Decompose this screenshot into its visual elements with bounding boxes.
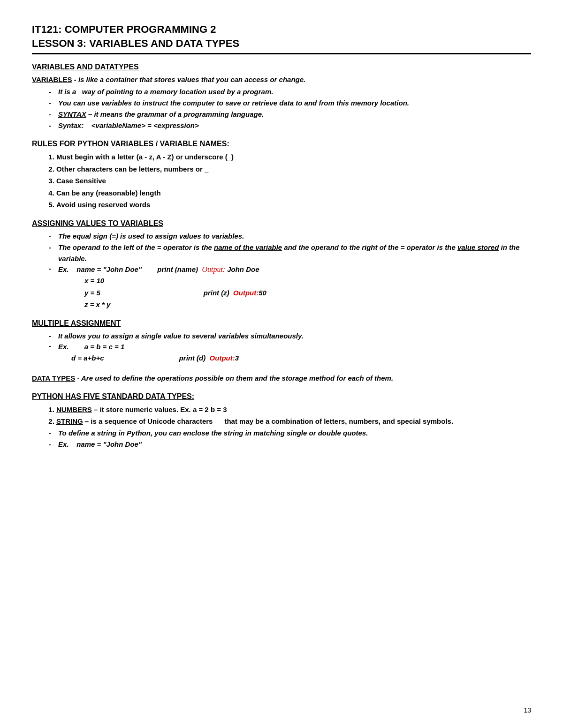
assign-y: y = 5 [84,287,100,299]
assigning-bullets: The equal sign (=) is used to assign val… [51,231,531,264]
rule-1: Must begin with a letter (a - z, A - Z) … [56,151,531,163]
assign-y-output-label: Output: [233,287,259,299]
multiple-d-print: print (d) [179,352,210,364]
multiple-example-row2: d = a+b+c print (d) Output: 3 [71,352,531,364]
section-multiple-assignment: MULTIPLE ASSIGNMENT It allows you to ass… [32,319,531,364]
python-five-list: NUMBERS – it store numeric values. Ex. a… [56,404,531,428]
multiple-assignment-heading: MULTIPLE ASSIGNMENT [32,319,531,328]
variables-bullet-2: You can use variables to instruct the co… [51,98,531,109]
section-python-five: PYTHON HAS FIVE STANDARD DATA TYPES: NUM… [32,392,531,450]
variables-label: VARIABLES [32,75,72,83]
page: IT121: COMPUTER PROGRAMMING 2 LESSON 3: … [0,0,563,728]
multiple-d-code: d = a+b+c [71,352,104,364]
section-assigning-values: ASSIGNING VALUES TO VARIABLES The equal … [32,219,531,311]
example-name-output-label: Output: [202,265,227,273]
rule-5: Avoid using reserved words [56,199,531,211]
rule-2: Other characters can be letters, numbers… [56,163,531,175]
assign-y-output-value: 50 [259,287,266,299]
variables-def-text: - is like a container that stores values… [72,75,306,83]
multiple-output-label: Output: [210,352,235,364]
assign-y-print: print (z) [204,287,233,299]
data-type-string: STRING – is a sequence of Unicode charac… [56,415,531,428]
dash-icon2: - [49,342,51,350]
multiple-example-row1: - Ex. a = b = c = 1 [51,342,531,353]
multiple-assignment-bullet-1: It allows you to assign a single value t… [51,330,531,342]
assign-y-row: y = 5 print (z) Output: 50 [84,287,531,299]
multiple-assignment-bullets: It allows you to assign a single value t… [51,330,531,342]
multiple-ex-label: Ex. a = b = c = 1 [58,343,124,351]
string-bullet-1: To define a string in Python, you can en… [51,428,531,439]
header-divider [32,53,531,54]
page-number: 13 [524,706,531,714]
python-five-heading: PYTHON HAS FIVE STANDARD DATA TYPES: [32,392,531,401]
data-types-line: DATA TYPES - Are used to define the oper… [32,373,531,384]
rules-python-heading: RULES FOR PYTHON VARIABLES / VARIABLE NA… [32,140,531,148]
rule-4: Can be any (reasonable) length [56,187,531,199]
section-data-types-def: DATA TYPES - Are used to define the oper… [32,373,531,384]
example-name-output-value: John Doe [227,265,259,273]
data-type-numbers: NUMBERS – it store numeric values. Ex. a… [56,404,531,416]
data-types-text: - Are used to define the operations poss… [75,374,393,382]
assign-code-block: x = 10 y = 5 print (z) Output: 50 z = x … [71,275,531,311]
assign-x: x = 10 [84,275,531,287]
variables-datatypes-heading: VARIABLES AND DATATYPES [32,63,531,71]
value-stored-underline: value stored [457,243,499,251]
header-line2: LESSON 3: VARIABLES AND DATA TYPES [32,37,531,51]
assigning-bullet-2: The operand to the left of the = operato… [51,242,531,264]
variables-bullet-1: It is a way of pointing to a memory loca… [51,86,531,98]
syntax-label: SYNTAX [58,110,86,118]
section-variables-datatypes: VARIABLES AND DATATYPES VARIABLES - is l… [32,63,531,131]
name-of-variable-underline: name of the variable [214,243,282,251]
variables-definition-line: VARIABLES - is like a container that sto… [32,74,531,85]
variables-bullets: It is a way of pointing to a memory loca… [51,86,531,131]
rules-python-list: Must begin with a letter (a - z, A - Z) … [56,151,531,211]
dash-icon: - [49,264,51,272]
multiple-output-value: 3 [235,352,239,364]
rule-3: Case Sensitive [56,175,531,187]
numbers-text: – it store numeric values. Ex. a = 2 b =… [92,405,227,413]
assigning-bullet-1: The equal sign (=) is used to assign val… [51,231,531,242]
example-name-code: Ex. name = "John Doe" print (name) [58,265,202,273]
string-subbullets: To define a string in Python, you can en… [51,428,531,450]
example-name-row: - Ex. name = "John Doe" print (name) Out… [51,264,531,275]
assigning-values-heading: ASSIGNING VALUES TO VARIABLES [32,219,531,228]
numbers-label: NUMBERS [56,405,92,413]
data-types-label: DATA TYPES [32,374,75,382]
string-text: – is a sequence of Unicode characters th… [83,417,453,425]
assign-z: z = x * y [84,299,531,311]
page-header: IT121: COMPUTER PROGRAMMING 2 LESSON 3: … [32,23,531,50]
header-line1: IT121: COMPUTER PROGRAMMING 2 [32,23,531,37]
variables-bullet-3: SYNTAX – it means the grammar of a progr… [51,109,531,120]
string-bullet-2: Ex. name = "John Doe" [51,439,531,450]
section-rules-python: RULES FOR PYTHON VARIABLES / VARIABLE NA… [32,140,531,211]
variables-bullet-4: Syntax: <variableName> = <expression> [51,120,531,131]
string-label: STRING [56,417,83,425]
